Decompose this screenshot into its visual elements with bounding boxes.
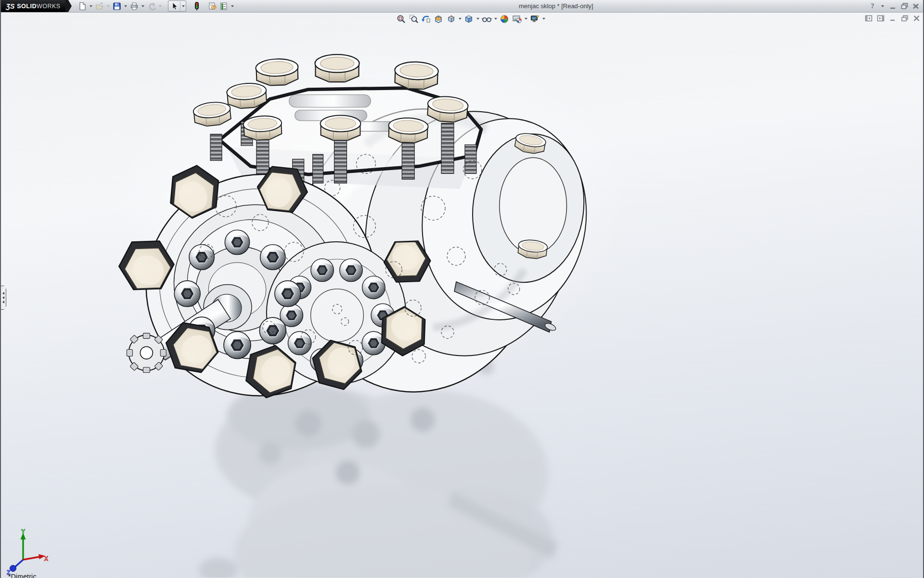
- print-button[interactable]: [128, 1, 140, 11]
- options-icon: [219, 2, 229, 11]
- new-document-dropdown[interactable]: [88, 1, 94, 11]
- minimize-icon: [889, 3, 897, 10]
- graphics-area[interactable]: Y X Z *Dimetric: [1, 12, 923, 578]
- collapse-arrow-icon: [2, 296, 4, 299]
- solidworks-logo: ƷS SOLIDWORKS: [1, 0, 65, 12]
- view-orientation-dropdown[interactable]: [457, 13, 462, 24]
- document-window-controls: [864, 14, 921, 22]
- titlebar[interactable]: ƷS SOLIDWORKS: [1, 0, 923, 13]
- new-document-button[interactable]: [77, 1, 88, 11]
- view-orientation-icon: [446, 14, 456, 24]
- splined-shaft-end: [127, 333, 166, 373]
- zoom-to-fit-button[interactable]: [395, 13, 407, 24]
- menu-flyout-arrow-icon[interactable]: [65, 0, 72, 12]
- view-settings-dropdown[interactable]: [541, 13, 546, 24]
- hide-show-items-dropdown[interactable]: [493, 13, 498, 24]
- view-orientation-label: *Dimetric: [8, 573, 37, 578]
- apply-scene-icon: [512, 14, 522, 24]
- view-settings-icon: [530, 14, 539, 24]
- window-controls: ?: [868, 1, 920, 11]
- orientation-triad: Y X Z: [4, 529, 48, 575]
- print-icon: [130, 2, 139, 11]
- main-toolbar: [77, 0, 235, 12]
- select-tool-button[interactable]: [168, 1, 180, 11]
- save-icon: [113, 2, 121, 11]
- open-icon: [95, 2, 104, 11]
- edit-appearance-icon: [500, 14, 509, 24]
- featuremanager-collapsed-tab[interactable]: [1, 286, 6, 310]
- document-restore-icon: [901, 15, 909, 22]
- restore-icon: [900, 2, 909, 10]
- hide-show-items-button[interactable]: [480, 13, 493, 24]
- undo-icon: [147, 2, 156, 11]
- document-minimize-icon: [889, 15, 896, 22]
- open-dropdown[interactable]: [105, 1, 111, 11]
- solidworks-window: ƷS SOLIDWORKS: [0, 0, 924, 578]
- section-view-icon: [434, 14, 443, 24]
- section-view-button[interactable]: [432, 13, 445, 24]
- triad-x-label: X: [44, 555, 48, 562]
- display-style-button[interactable]: [462, 13, 475, 24]
- file-properties-button[interactable]: [206, 1, 218, 11]
- undo-button[interactable]: [146, 1, 157, 11]
- options-button[interactable]: [218, 1, 230, 11]
- select-cursor-icon: [170, 2, 179, 11]
- collapse-arrow-icon: [2, 301, 4, 303]
- dock-pane-right-button[interactable]: [876, 14, 885, 22]
- save-button[interactable]: [111, 1, 123, 11]
- collapse-arrow-icon: [2, 292, 4, 295]
- rebuild-traffic-light-icon: [193, 1, 201, 11]
- previous-view-icon: [421, 14, 431, 24]
- help-dropdown[interactable]: [880, 1, 886, 11]
- solidworks-logo-mark-icon: ƷS: [6, 2, 14, 10]
- close-icon: [912, 3, 920, 10]
- dock-pane-left-icon: [865, 15, 873, 22]
- top-cover-assembly: [192, 54, 481, 193]
- open-button[interactable]: [94, 1, 105, 11]
- document-close-icon: [913, 15, 920, 22]
- apply-scene-button[interactable]: [511, 13, 523, 24]
- model-render[interactable]: [1, 13, 923, 578]
- undo-dropdown[interactable]: [157, 1, 163, 11]
- new-document-icon: [78, 2, 87, 11]
- file-properties-icon: [208, 2, 217, 11]
- heads-up-view-toolbar: [395, 13, 546, 24]
- options-dropdown[interactable]: [230, 1, 235, 11]
- help-button[interactable]: ?: [868, 2, 877, 11]
- triad-y-label: Y: [21, 529, 25, 535]
- dock-pane-right-icon: [877, 15, 885, 22]
- document-minimize-button[interactable]: [888, 14, 897, 22]
- apply-scene-dropdown[interactable]: [523, 13, 528, 24]
- close-button[interactable]: [911, 2, 920, 11]
- dock-pane-left-button[interactable]: [864, 14, 873, 22]
- display-style-icon: [464, 14, 474, 24]
- view-settings-button[interactable]: [528, 13, 541, 24]
- window-title: menjac sklop * [Read-only]: [519, 2, 593, 10]
- select-tool-dropdown[interactable]: [180, 1, 186, 11]
- zoom-to-area-button[interactable]: [407, 13, 420, 24]
- zoom-to-area-icon: [409, 14, 418, 24]
- view-orientation-button[interactable]: [445, 13, 457, 24]
- select-tool-group: [168, 0, 186, 12]
- rebuild-button[interactable]: [191, 1, 203, 11]
- document-restore-button[interactable]: [900, 14, 909, 22]
- hide-show-items-icon: [482, 14, 492, 24]
- display-style-dropdown[interactable]: [475, 13, 480, 24]
- restore-button[interactable]: [900, 2, 909, 11]
- print-dropdown[interactable]: [140, 1, 146, 11]
- solidworks-brand: SOLIDWORKS: [17, 3, 60, 10]
- save-dropdown[interactable]: [123, 1, 128, 11]
- edit-appearance-button[interactable]: [498, 13, 511, 24]
- previous-view-button[interactable]: [420, 13, 432, 24]
- zoom-to-fit-icon: [397, 14, 406, 24]
- document-close-button[interactable]: [912, 14, 921, 22]
- minimize-button[interactable]: [888, 2, 897, 11]
